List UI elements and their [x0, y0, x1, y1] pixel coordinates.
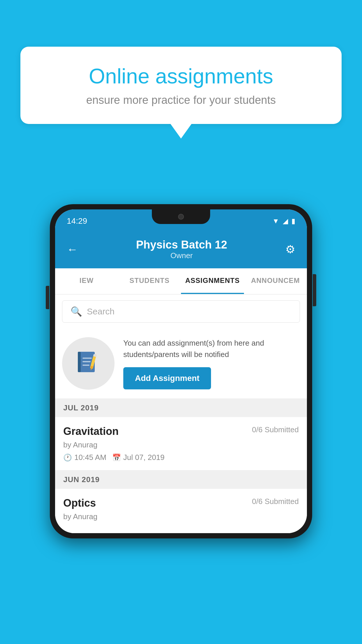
- status-bar: 14:29 ▼ ◢ ▮: [55, 209, 307, 233]
- assignment-name-optics: Optics: [63, 497, 96, 509]
- phone-screen: 14:29 ▼ ◢ ▮ ← Physics Batch 12 Owner ⚙: [55, 209, 307, 533]
- status-time: 14:29: [67, 216, 87, 226]
- assignment-submitted-optics: 0/6 Submitted: [252, 497, 299, 506]
- tab-students[interactable]: STUDENTS: [118, 268, 181, 294]
- tab-assignments[interactable]: ASSIGNMENTS: [181, 268, 244, 294]
- back-button[interactable]: ←: [67, 243, 78, 256]
- notch: [152, 209, 210, 224]
- speech-bubble-subtitle: ensure more practice for your students: [41, 94, 321, 106]
- tabs-bar: IEW STUDENTS ASSIGNMENTS ANNOUNCEM: [55, 268, 307, 295]
- phone-wrapper: 14:29 ▼ ◢ ▮ ← Physics Batch 12 Owner ⚙: [50, 204, 312, 538]
- assignment-datetime-gravitation: 🕐 10:45 AM 📅 Jul 07, 2019: [63, 453, 299, 462]
- assignment-item-top-optics: Optics 0/6 Submitted: [63, 497, 299, 509]
- speech-bubble-arrow: [171, 124, 191, 139]
- app-header: ← Physics Batch 12 Owner ⚙: [55, 233, 307, 268]
- speech-bubble-title: Online assignments: [41, 64, 321, 88]
- svg-rect-4: [82, 365, 89, 366]
- header-title-group: Physics Batch 12 Owner: [136, 239, 227, 260]
- svg-rect-2: [82, 358, 92, 359]
- signal-icon: ◢: [283, 217, 288, 225]
- assignment-item-top: Gravitation 0/6 Submitted: [63, 425, 299, 438]
- month-header-jun: JUN 2019: [55, 470, 307, 489]
- search-bar[interactable]: 🔍 Search: [62, 300, 300, 323]
- speech-bubble-container: Online assignments ensure more practice …: [20, 47, 342, 139]
- tab-announcements[interactable]: ANNOUNCEM: [244, 268, 307, 294]
- header-title: Physics Batch 12: [136, 239, 227, 251]
- assignment-item-optics[interactable]: Optics 0/6 Submitted by Anurag: [55, 489, 307, 533]
- add-assignment-section: You can add assignment(s) from here and …: [55, 328, 307, 399]
- search-icon: 🔍: [71, 306, 82, 317]
- assignment-submitted-gravitation: 0/6 Submitted: [252, 425, 299, 434]
- assignment-item-gravitation[interactable]: Gravitation 0/6 Submitted by Anurag 🕐 10…: [55, 417, 307, 470]
- tab-iew[interactable]: IEW: [55, 268, 118, 294]
- search-container: 🔍 Search: [55, 295, 307, 328]
- add-assignment-button[interactable]: Add Assignment: [123, 367, 211, 389]
- notebook-icon: [74, 349, 103, 378]
- assignment-name-gravitation: Gravitation: [63, 425, 119, 438]
- add-assignment-description: You can add assignment(s) from here and …: [123, 337, 300, 360]
- notch-camera: [178, 214, 184, 220]
- wifi-icon: ▼: [272, 217, 279, 225]
- phone-outer: 14:29 ▼ ◢ ▮ ← Physics Batch 12 Owner ⚙: [50, 204, 312, 538]
- speech-bubble: Online assignments ensure more practice …: [20, 47, 342, 124]
- month-header-jul: JUL 2019: [55, 399, 307, 417]
- clock-icon: 🕐: [63, 454, 72, 462]
- settings-button[interactable]: ⚙: [285, 243, 295, 256]
- assignment-time: 10:45 AM: [74, 453, 106, 462]
- assignment-meta-gravitation: by Anurag: [63, 440, 299, 449]
- assignment-icon-circle: [62, 337, 115, 390]
- svg-rect-3: [82, 361, 91, 362]
- assignment-meta-optics: by Anurag: [63, 512, 299, 521]
- assignment-date: Jul 07, 2019: [123, 453, 165, 462]
- svg-rect-1: [78, 352, 81, 372]
- calendar-icon: 📅: [112, 454, 121, 462]
- assignment-time-part: 🕐 10:45 AM: [63, 453, 106, 462]
- search-placeholder: Search: [87, 307, 115, 316]
- status-icons: ▼ ◢ ▮: [272, 217, 295, 225]
- assignment-date-part: 📅 Jul 07, 2019: [112, 453, 165, 462]
- add-assignment-content: You can add assignment(s) from here and …: [123, 337, 300, 389]
- battery-icon: ▮: [291, 217, 295, 225]
- header-subtitle: Owner: [136, 251, 227, 260]
